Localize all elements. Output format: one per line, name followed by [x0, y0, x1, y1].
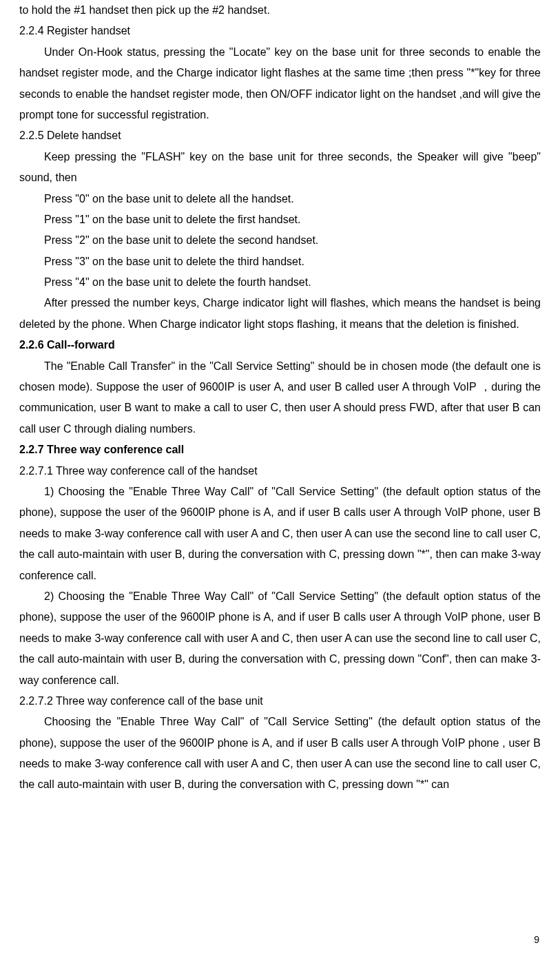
body-text: Press "0" on the base unit to delete all…: [19, 189, 541, 209]
body-text: Press "1" on the base unit to delete the…: [19, 209, 541, 230]
section-heading: 2.2.6 Call--forward: [19, 335, 541, 355]
section-heading: 2.2.5 Delete handset: [19, 125, 541, 146]
subsection-heading: 2.2.7.2 Three way conference call of the…: [19, 691, 541, 712]
body-text: 2) Choosing the "Enable Three Way Call" …: [19, 586, 541, 691]
section-heading: 2.2.4 Register handset: [19, 21, 541, 41]
page-number: 9: [534, 931, 539, 949]
body-text: Press "4" on the base unit to delete the…: [19, 272, 541, 293]
section-heading: 2.2.7 Three way conference call: [19, 439, 541, 460]
body-text: After pressed the number keys, Charge in…: [19, 293, 541, 335]
body-text: Press "2" on the base unit to delete the…: [19, 230, 541, 251]
body-text: Keep pressing the "FLASH" key on the bas…: [19, 147, 541, 189]
body-text: 1) Choosing the "Enable Three Way Call" …: [19, 482, 541, 586]
body-text: to hold the #1 handset then pick up the …: [19, 0, 541, 21]
body-text: Press "3" on the base unit to delete the…: [19, 251, 541, 272]
body-text: Choosing the "Enable Three Way Call" of …: [19, 712, 541, 796]
body-text: The "Enable Call Transfer" in the "Call …: [19, 356, 541, 440]
subsection-heading: 2.2.7.1 Three way conference call of the…: [19, 461, 541, 482]
body-text: Under On-Hook status, pressing the "Loca…: [19, 42, 541, 126]
